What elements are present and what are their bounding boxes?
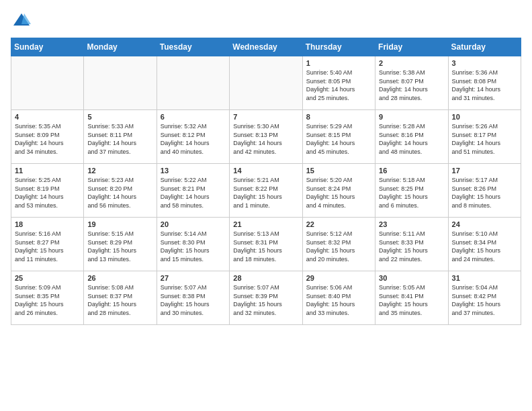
cell-content: Sunrise: 5:12 AM Sunset: 8:32 PM Dayligh… bbox=[306, 230, 371, 263]
cell-content: Sunrise: 5:07 AM Sunset: 8:39 PM Dayligh… bbox=[233, 283, 298, 317]
calendar-cell: 17Sunrise: 5:17 AM Sunset: 8:26 PM Dayli… bbox=[448, 164, 521, 218]
cell-content: Sunrise: 5:16 AM Sunset: 8:27 PM Dayligh… bbox=[15, 230, 80, 263]
calendar-cell: 18Sunrise: 5:16 AM Sunset: 8:27 PM Dayli… bbox=[11, 218, 84, 271]
cell-content: Sunrise: 5:28 AM Sunset: 8:16 PM Dayligh… bbox=[379, 122, 444, 156]
header-friday: Friday bbox=[375, 38, 448, 56]
cell-content: Sunrise: 5:40 AM Sunset: 8:05 PM Dayligh… bbox=[306, 68, 371, 102]
week-row-3: 11Sunrise: 5:25 AM Sunset: 8:19 PM Dayli… bbox=[11, 164, 521, 218]
calendar-cell: 26Sunrise: 5:08 AM Sunset: 8:37 PM Dayli… bbox=[84, 271, 157, 325]
cell-content: Sunrise: 5:17 AM Sunset: 8:26 PM Dayligh… bbox=[452, 176, 517, 210]
calendar-header-row: SundayMondayTuesdayWednesdayThursdayFrid… bbox=[11, 38, 521, 56]
cell-content: Sunrise: 5:26 AM Sunset: 8:17 PM Dayligh… bbox=[452, 122, 517, 156]
day-number: 15 bbox=[306, 167, 371, 175]
day-number: 10 bbox=[452, 113, 517, 121]
cell-content: Sunrise: 5:22 AM Sunset: 8:21 PM Dayligh… bbox=[161, 176, 226, 210]
calendar-cell: 30Sunrise: 5:05 AM Sunset: 8:41 PM Dayli… bbox=[375, 271, 448, 325]
cell-content: Sunrise: 5:09 AM Sunset: 8:35 PM Dayligh… bbox=[15, 283, 80, 317]
cell-content: Sunrise: 5:33 AM Sunset: 8:11 PM Dayligh… bbox=[87, 122, 152, 156]
calendar-cell: 28Sunrise: 5:07 AM Sunset: 8:39 PM Dayli… bbox=[230, 271, 302, 325]
week-row-1: 1Sunrise: 5:40 AM Sunset: 8:05 PM Daylig… bbox=[11, 56, 521, 110]
calendar-cell: 12Sunrise: 5:23 AM Sunset: 8:20 PM Dayli… bbox=[84, 164, 157, 218]
day-number: 31 bbox=[452, 274, 517, 282]
calendar-cell: 22Sunrise: 5:12 AM Sunset: 8:32 PM Dayli… bbox=[302, 218, 375, 271]
calendar-cell bbox=[230, 56, 302, 110]
cell-content: Sunrise: 5:14 AM Sunset: 8:30 PM Dayligh… bbox=[161, 230, 226, 263]
day-number: 9 bbox=[379, 113, 444, 121]
calendar-cell bbox=[157, 56, 229, 110]
day-number: 11 bbox=[15, 167, 80, 175]
calendar-cell: 25Sunrise: 5:09 AM Sunset: 8:35 PM Dayli… bbox=[11, 271, 84, 325]
header-saturday: Saturday bbox=[448, 38, 521, 56]
calendar-cell: 1Sunrise: 5:40 AM Sunset: 8:05 PM Daylig… bbox=[302, 56, 375, 110]
calendar-cell: 31Sunrise: 5:04 AM Sunset: 8:42 PM Dayli… bbox=[448, 271, 521, 325]
day-number: 26 bbox=[87, 274, 152, 282]
logo-icon bbox=[12, 11, 31, 30]
calendar-cell: 2Sunrise: 5:38 AM Sunset: 8:07 PM Daylig… bbox=[375, 56, 448, 110]
calendar-cell: 16Sunrise: 5:18 AM Sunset: 8:25 PM Dayli… bbox=[375, 164, 448, 218]
cell-content: Sunrise: 5:32 AM Sunset: 8:12 PM Dayligh… bbox=[161, 122, 226, 156]
calendar-cell bbox=[11, 56, 84, 110]
cell-content: Sunrise: 5:36 AM Sunset: 8:08 PM Dayligh… bbox=[452, 68, 517, 102]
cell-content: Sunrise: 5:38 AM Sunset: 8:07 PM Dayligh… bbox=[379, 68, 444, 102]
calendar-cell: 6Sunrise: 5:32 AM Sunset: 8:12 PM Daylig… bbox=[157, 110, 229, 164]
header-monday: Monday bbox=[84, 38, 157, 56]
day-number: 28 bbox=[233, 274, 298, 282]
day-number: 21 bbox=[233, 220, 298, 228]
cell-content: Sunrise: 5:04 AM Sunset: 8:42 PM Dayligh… bbox=[452, 283, 517, 317]
calendar-cell: 5Sunrise: 5:33 AM Sunset: 8:11 PM Daylig… bbox=[84, 110, 157, 164]
day-number: 16 bbox=[379, 167, 444, 175]
cell-content: Sunrise: 5:11 AM Sunset: 8:33 PM Dayligh… bbox=[379, 230, 444, 263]
calendar-cell: 11Sunrise: 5:25 AM Sunset: 8:19 PM Dayli… bbox=[11, 164, 84, 218]
header-tuesday: Tuesday bbox=[157, 38, 229, 56]
day-number: 27 bbox=[161, 274, 226, 282]
day-number: 5 bbox=[87, 113, 152, 121]
header-thursday: Thursday bbox=[302, 38, 375, 56]
header-sunday: Sunday bbox=[11, 38, 84, 56]
day-number: 25 bbox=[15, 274, 80, 282]
calendar-cell: 21Sunrise: 5:13 AM Sunset: 8:31 PM Dayli… bbox=[230, 218, 302, 271]
calendar-cell: 27Sunrise: 5:07 AM Sunset: 8:38 PM Dayli… bbox=[157, 271, 229, 325]
calendar-cell: 19Sunrise: 5:15 AM Sunset: 8:29 PM Dayli… bbox=[84, 218, 157, 271]
calendar-cell: 23Sunrise: 5:11 AM Sunset: 8:33 PM Dayli… bbox=[375, 218, 448, 271]
logo bbox=[11, 11, 31, 30]
calendar-cell: 15Sunrise: 5:20 AM Sunset: 8:24 PM Dayli… bbox=[302, 164, 375, 218]
day-number: 3 bbox=[452, 59, 517, 67]
calendar-cell: 10Sunrise: 5:26 AM Sunset: 8:17 PM Dayli… bbox=[448, 110, 521, 164]
cell-content: Sunrise: 5:23 AM Sunset: 8:20 PM Dayligh… bbox=[87, 176, 152, 210]
day-number: 17 bbox=[452, 167, 517, 175]
day-number: 13 bbox=[161, 167, 226, 175]
cell-content: Sunrise: 5:10 AM Sunset: 8:34 PM Dayligh… bbox=[452, 230, 517, 263]
cell-content: Sunrise: 5:07 AM Sunset: 8:38 PM Dayligh… bbox=[161, 283, 226, 317]
day-number: 4 bbox=[15, 113, 80, 121]
week-row-2: 4Sunrise: 5:35 AM Sunset: 8:09 PM Daylig… bbox=[11, 110, 521, 164]
day-number: 7 bbox=[233, 113, 298, 121]
week-row-5: 25Sunrise: 5:09 AM Sunset: 8:35 PM Dayli… bbox=[11, 271, 521, 325]
calendar-cell: 13Sunrise: 5:22 AM Sunset: 8:21 PM Dayli… bbox=[157, 164, 229, 218]
day-number: 1 bbox=[306, 59, 371, 67]
calendar-table: SundayMondayTuesdayWednesdayThursdayFrid… bbox=[11, 38, 521, 325]
cell-content: Sunrise: 5:30 AM Sunset: 8:13 PM Dayligh… bbox=[233, 122, 298, 156]
cell-content: Sunrise: 5:25 AM Sunset: 8:19 PM Dayligh… bbox=[15, 176, 80, 210]
day-number: 2 bbox=[379, 59, 444, 67]
day-number: 19 bbox=[87, 220, 152, 228]
day-number: 22 bbox=[306, 220, 371, 228]
cell-content: Sunrise: 5:21 AM Sunset: 8:22 PM Dayligh… bbox=[233, 176, 298, 210]
calendar-cell: 7Sunrise: 5:30 AM Sunset: 8:13 PM Daylig… bbox=[230, 110, 302, 164]
cell-content: Sunrise: 5:29 AM Sunset: 8:15 PM Dayligh… bbox=[306, 122, 371, 156]
cell-content: Sunrise: 5:18 AM Sunset: 8:25 PM Dayligh… bbox=[379, 176, 444, 210]
day-number: 8 bbox=[306, 113, 371, 121]
calendar-cell: 3Sunrise: 5:36 AM Sunset: 8:08 PM Daylig… bbox=[448, 56, 521, 110]
cell-content: Sunrise: 5:08 AM Sunset: 8:37 PM Dayligh… bbox=[87, 283, 152, 317]
cell-content: Sunrise: 5:13 AM Sunset: 8:31 PM Dayligh… bbox=[233, 230, 298, 263]
calendar-cell: 24Sunrise: 5:10 AM Sunset: 8:34 PM Dayli… bbox=[448, 218, 521, 271]
day-number: 6 bbox=[161, 113, 226, 121]
calendar-cell: 4Sunrise: 5:35 AM Sunset: 8:09 PM Daylig… bbox=[11, 110, 84, 164]
svg-marker-1 bbox=[21, 13, 31, 24]
cell-content: Sunrise: 5:20 AM Sunset: 8:24 PM Dayligh… bbox=[306, 176, 371, 210]
calendar-cell: 9Sunrise: 5:28 AM Sunset: 8:16 PM Daylig… bbox=[375, 110, 448, 164]
calendar-cell: 8Sunrise: 5:29 AM Sunset: 8:15 PM Daylig… bbox=[302, 110, 375, 164]
day-number: 29 bbox=[306, 274, 371, 282]
day-number: 30 bbox=[379, 274, 444, 282]
cell-content: Sunrise: 5:05 AM Sunset: 8:41 PM Dayligh… bbox=[379, 283, 444, 317]
day-number: 14 bbox=[233, 167, 298, 175]
